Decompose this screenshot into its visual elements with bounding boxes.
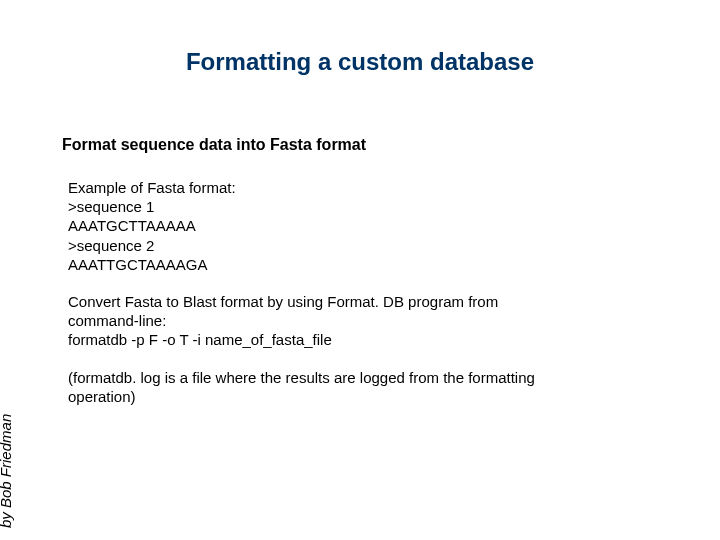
log-line: operation)	[68, 387, 660, 406]
convert-instructions-block: Convert Fasta to Blast format by using F…	[68, 292, 660, 350]
log-line: (formatdb. log is a file where the resul…	[68, 368, 660, 387]
convert-line: command-line:	[68, 311, 660, 330]
slide: Formatting a custom database Format sequ…	[0, 0, 720, 540]
example-line: AAATGCTTAAAAA	[68, 216, 660, 235]
example-line: Example of Fasta format:	[68, 178, 660, 197]
slide-title: Formatting a custom database	[0, 48, 720, 76]
byline: by Bob Friedman	[0, 414, 14, 528]
convert-line: Convert Fasta to Blast format by using F…	[68, 292, 660, 311]
example-line: AAATTGCTAAAAGA	[68, 255, 660, 274]
slide-subheading: Format sequence data into Fasta format	[62, 136, 366, 154]
convert-line: formatdb -p F -o T -i name_of_fasta_file	[68, 330, 660, 349]
log-note-block: (formatdb. log is a file where the resul…	[68, 368, 660, 406]
example-line: >sequence 2	[68, 236, 660, 255]
example-line: >sequence 1	[68, 197, 660, 216]
fasta-example-block: Example of Fasta format: >sequence 1 AAA…	[68, 178, 660, 274]
